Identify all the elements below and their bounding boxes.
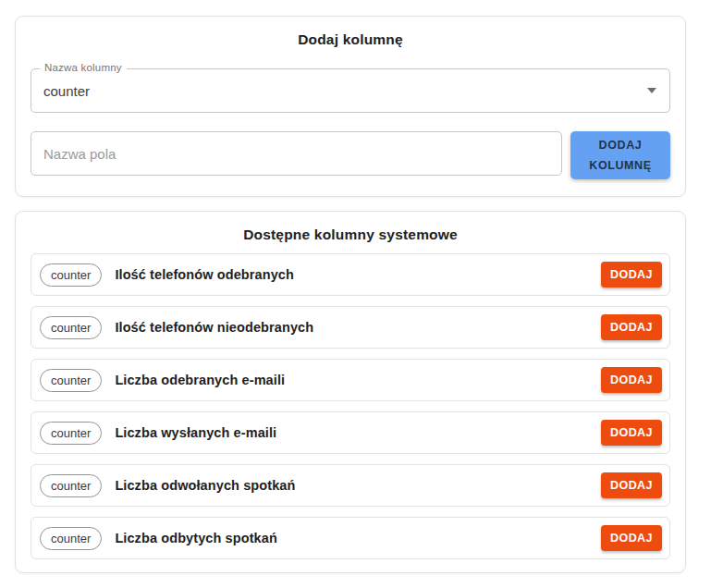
system-column-row: counter Ilość telefonów nieodebranych DO… xyxy=(31,306,670,349)
column-type-chip: counter xyxy=(40,527,102,550)
add-column-card: Dodaj kolumnę Nazwa kolumny counter DODA… xyxy=(15,16,686,197)
system-columns-title: Dostępne kolumny systemowe xyxy=(31,223,670,243)
add-column-submit-button[interactable]: DODAJ KOLUMNĘ xyxy=(570,131,670,179)
column-label: Ilość telefonów nieodebranych xyxy=(115,320,313,335)
add-column-form-row: DODAJ KOLUMNĘ xyxy=(31,131,670,179)
column-type-chip: counter xyxy=(40,474,102,497)
column-type-select[interactable]: Nazwa kolumny counter xyxy=(31,68,670,113)
system-column-row: counter Ilość telefonów odebranych DODAJ xyxy=(31,253,670,296)
add-system-column-button[interactable]: DODAJ xyxy=(601,367,662,393)
add-system-column-button[interactable]: DODAJ xyxy=(601,420,662,446)
system-column-row: counter Liczba odebranych e-maili DODAJ xyxy=(31,359,670,401)
column-type-chip: counter xyxy=(40,369,102,392)
column-label: Liczba wysłanych e-maili xyxy=(115,425,276,440)
column-type-chip: counter xyxy=(40,422,102,445)
add-column-title: Dodaj kolumnę xyxy=(31,28,670,48)
system-columns-card: Dostępne kolumny systemowe counter Ilość… xyxy=(15,211,686,573)
system-column-row: counter Liczba odwołanych spotkań DODAJ xyxy=(31,464,670,507)
add-system-column-button[interactable]: DODAJ xyxy=(601,472,662,498)
system-column-row: counter Liczba odbytych spotkań DODAJ xyxy=(31,517,670,559)
add-system-column-button[interactable]: DODAJ xyxy=(601,262,662,288)
caret-down-icon xyxy=(647,88,656,93)
add-system-column-button[interactable]: DODAJ xyxy=(601,314,662,340)
page: Dodaj kolumnę Nazwa kolumny counter DODA… xyxy=(15,16,686,573)
column-type-chip: counter xyxy=(40,316,102,339)
column-label: Liczba odwołanych spotkań xyxy=(115,478,295,493)
column-label: Liczba odebranych e-maili xyxy=(115,373,285,387)
column-type-chip: counter xyxy=(40,263,102,287)
column-label: Liczba odbytych spotkań xyxy=(115,531,277,545)
system-column-row: counter Liczba wysłanych e-maili DODAJ xyxy=(31,411,670,454)
system-columns-list: counter Ilość telefonów odebranych DODAJ… xyxy=(31,253,670,559)
add-system-column-button[interactable]: DODAJ xyxy=(601,525,662,551)
column-type-select-label: Nazwa kolumny xyxy=(40,62,127,73)
column-label: Ilość telefonów odebranych xyxy=(115,267,294,282)
column-type-selected-value: counter xyxy=(43,83,90,99)
field-name-input[interactable] xyxy=(31,131,562,176)
